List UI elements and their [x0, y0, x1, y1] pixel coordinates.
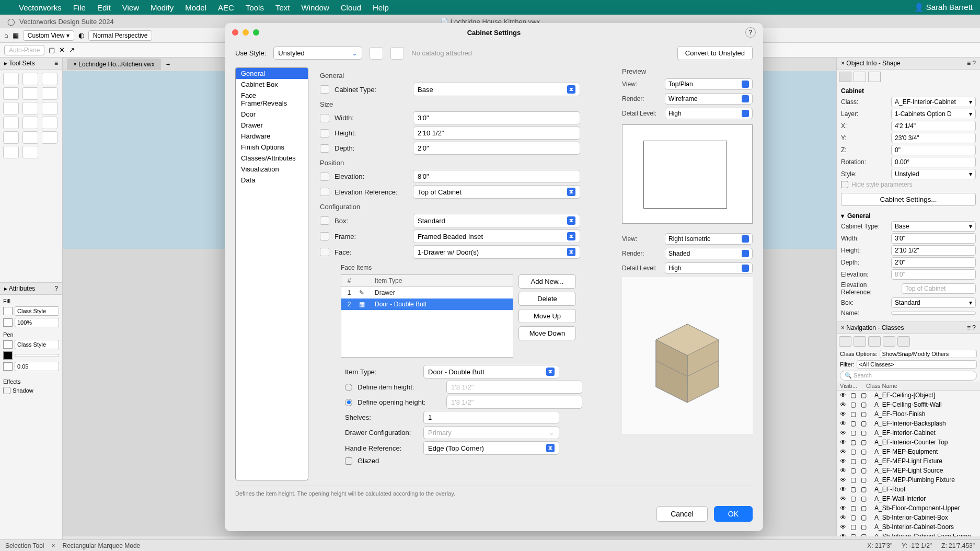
z-input[interactable]: 0" [891, 145, 976, 155]
class-row[interactable]: 👁▢▢A_EF-MEP-Equipment [837, 447, 980, 456]
class-row[interactable]: 👁▢▢A_EF-Wall-Interior [837, 494, 980, 503]
tool-icon[interactable] [22, 102, 38, 114]
oi-tab-data[interactable] [854, 72, 866, 82]
frame-select[interactable]: Framed Beaded Inset [413, 229, 580, 243]
document-tab[interactable]: × Lochridge Ho...Kitchen.vwx [67, 59, 161, 70]
menu-tools[interactable]: Tools [246, 3, 264, 12]
nav-visualization[interactable]: Visualization [236, 164, 308, 175]
fill-opacity[interactable]: 100% [15, 318, 59, 327]
link-icon[interactable] [320, 114, 329, 122]
style-settings-icon[interactable] [370, 47, 383, 60]
pen-style-select[interactable]: Class Style [15, 340, 59, 349]
nav-face-frame[interactable]: Face Frame/Reveals [236, 90, 308, 109]
catalog-icon[interactable] [390, 47, 404, 60]
minimize-icon[interactable] [243, 29, 249, 36]
nav-general[interactable]: General [236, 68, 308, 79]
shelves-input[interactable]: 1 [423, 411, 559, 424]
tool-icon[interactable] [3, 131, 19, 144]
class-row[interactable]: 👁▢▢A_EF-MEP-Plumbing Fixture [837, 475, 980, 485]
fill-color[interactable] [3, 318, 13, 327]
rotation-input[interactable]: 0.00° [891, 157, 976, 167]
perspective-select[interactable]: Normal Perspective [88, 30, 153, 41]
face-items-table[interactable]: #Item Type 1✎Drawer 2▦Door - Double Butt [341, 274, 513, 358]
menu-file[interactable]: File [73, 3, 86, 12]
link-icon[interactable] [320, 85, 329, 94]
menu-edit[interactable]: Edit [97, 3, 111, 12]
class-options-select[interactable]: Show/Snap/Modify Others [880, 350, 977, 358]
elevation-input[interactable]: 8'0" [413, 170, 580, 183]
pen-weight-icon[interactable] [3, 362, 13, 371]
box-select[interactable]: Standard [413, 214, 580, 227]
oi-cabinet-type[interactable]: Base▾ [891, 221, 976, 232]
preview-render2-select[interactable]: Shaded [665, 248, 753, 259]
nav-data[interactable]: Data [236, 175, 308, 186]
tool-icon[interactable] [3, 102, 19, 114]
width-input[interactable]: 3'0" [413, 111, 580, 124]
fill-swatch[interactable] [3, 307, 13, 315]
nav-drawer[interactable]: Drawer [236, 120, 308, 131]
preview-detail2-select[interactable]: High [665, 262, 753, 274]
tool-icon[interactable] [42, 87, 57, 100]
oi-tab-shape[interactable] [839, 72, 851, 82]
nav-tab[interactable] [839, 336, 851, 347]
item-type-select[interactable]: Door - Double Butt [423, 365, 559, 378]
class-row[interactable]: 👁▢▢A_EF-Roof [837, 485, 980, 494]
elevation-ref-select[interactable]: Top of Cabinet [413, 185, 580, 199]
menu-aec[interactable]: AEC [218, 3, 234, 12]
link-icon[interactable] [320, 232, 329, 240]
tool-icon[interactable] [3, 146, 19, 158]
class-row[interactable]: 👁▢▢A_Sb-Floor-Component-Upper [837, 503, 980, 513]
nav-cabinet-box[interactable]: Cabinet Box [236, 79, 308, 90]
depth-input[interactable]: 2'0" [413, 142, 580, 155]
palette-menu-icon[interactable]: ≡ [54, 60, 58, 67]
tool-icon[interactable] [42, 117, 57, 129]
oi-height[interactable]: 2'10 1/2" [891, 245, 976, 256]
class-row[interactable]: 👁▢▢A_Sb-Interior-Cabinet-Doors [837, 522, 980, 532]
tool-icon[interactable] [3, 73, 19, 85]
nav-tab[interactable] [883, 336, 895, 347]
preview-detail-select[interactable]: High [665, 108, 753, 119]
maximize-icon[interactable] [253, 29, 259, 36]
tool-icon[interactable] [42, 131, 57, 144]
nav-tab[interactable] [897, 336, 910, 347]
nav-tab[interactable] [854, 336, 866, 347]
class-row[interactable]: 👁▢▢A_EF-Ceiling-Soffit-Wall [837, 400, 980, 409]
class-row[interactable]: 👁▢▢A_EF-Floor-Finish [837, 409, 980, 419]
tool-icon[interactable] [42, 102, 57, 114]
add-tab-icon[interactable]: + [166, 61, 170, 68]
pen-weight[interactable]: 0.05 [15, 362, 59, 371]
globe-icon[interactable]: ◐ [78, 31, 84, 39]
class-row[interactable]: 👁▢▢A_Sb-Interior-Cabinet-Box [837, 513, 980, 522]
height-input[interactable]: 2'10 1/2" [413, 127, 580, 140]
oi-tab-render[interactable] [868, 72, 881, 82]
close-icon[interactable] [232, 29, 238, 36]
layer-select[interactable]: 1-Cabinets Option D▾ [891, 109, 976, 119]
convert-unstyled-button[interactable]: Convert to Unstyled [677, 46, 753, 60]
menu-text[interactable]: Text [275, 3, 290, 12]
tool-icon[interactable] [22, 87, 38, 100]
oi-width[interactable]: 3'0" [891, 233, 976, 244]
tool-icon[interactable] [3, 117, 19, 129]
define-item-height-radio[interactable] [345, 384, 352, 391]
use-style-select[interactable]: Unstyled⌄ [273, 47, 362, 60]
nav-tab[interactable] [868, 336, 881, 347]
move-up-button[interactable]: Move Up [518, 309, 576, 323]
tool-icon[interactable] [22, 117, 38, 129]
class-row[interactable]: 👁▢▢A_EF-MEP-Light Fixture [837, 456, 980, 466]
nav-classes[interactable]: Classes/Attributes [236, 153, 308, 164]
link-icon[interactable] [320, 248, 329, 256]
user-name[interactable]: 👤 Sarah Barrett [914, 3, 973, 12]
fill-style-select[interactable]: Class Style [15, 306, 59, 316]
table-row[interactable]: 1✎Drawer [341, 287, 513, 299]
class-row[interactable]: 👁▢▢A_Sb-Interior-Cabinet-Face Frame [837, 532, 980, 536]
link-icon[interactable] [320, 129, 329, 137]
link-icon[interactable] [320, 144, 329, 153]
palette-menu-icon[interactable]: ≡ ? [967, 60, 976, 67]
tool-a[interactable]: ▢ [49, 46, 55, 54]
tool-icon[interactable] [22, 73, 38, 85]
define-opening-height-radio[interactable] [345, 399, 352, 406]
palette-menu-icon[interactable]: ≡ ? [967, 324, 976, 331]
filter-select[interactable]: <All Classes> [857, 360, 977, 369]
shadow-checkbox[interactable] [3, 387, 10, 394]
glazed-checkbox[interactable] [345, 457, 352, 465]
